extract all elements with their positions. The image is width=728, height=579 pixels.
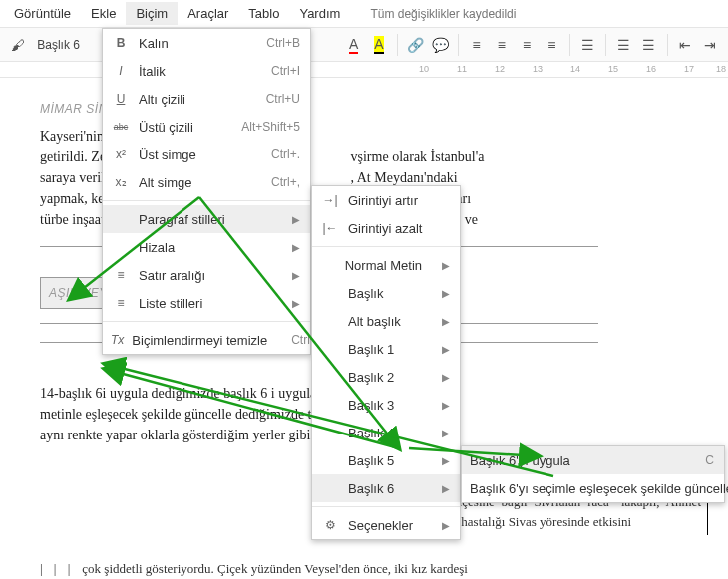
menu-indent-decrease[interactable]: |← Girintiyi azalt: [312, 214, 460, 242]
comment-icon[interactable]: 💬: [429, 33, 452, 57]
menu-title[interactable]: Başlık ▶: [312, 279, 460, 307]
heading-select[interactable]: Başlık 6: [31, 36, 109, 54]
paint-format-icon[interactable]: 🖌: [6, 33, 29, 57]
indent-increase-icon: →|: [320, 193, 340, 207]
line-spacing-icon[interactable]: ☰: [576, 33, 599, 57]
menu-subscript[interactable]: x₂ Alt simge Ctrl+,: [103, 168, 310, 196]
list-icon: ≡: [111, 296, 131, 310]
menu-list-styles[interactable]: ≡ Liste stilleri ▶: [103, 289, 310, 317]
menu-help[interactable]: Yardım: [289, 2, 350, 25]
chevron-right-icon: ▶: [442, 372, 450, 383]
save-status: Tüm değişiklikler kaydedildi: [370, 7, 516, 21]
highlight-icon[interactable]: A: [367, 33, 390, 57]
chevron-right-icon: ▶: [292, 242, 300, 253]
menu-table[interactable]: Tablo: [238, 2, 289, 25]
menu-line-spacing[interactable]: ≡ Satır aralığı ▶: [103, 261, 310, 289]
menu-clear-formatting[interactable]: Tx Biçimlendirmeyi temizle Ctrl+\: [103, 326, 310, 354]
menu-heading-3[interactable]: Başlık 3 ▶: [312, 391, 460, 419]
paragraph-styles-submenu: →| Girintiyi artır |← Girintiyi azalt No…: [311, 185, 461, 540]
chevron-right-icon: ▶: [442, 520, 450, 531]
chevron-right-icon: ▶: [442, 400, 450, 411]
menu-superscript[interactable]: x² Üst simge Ctrl+.: [103, 141, 310, 168]
text-color-icon[interactable]: A: [342, 33, 365, 57]
indent-increase-icon[interactable]: ⇥: [699, 33, 722, 57]
menu-normal-text[interactable]: Normal Metin ▶: [312, 251, 460, 279]
chevron-right-icon: ▶: [442, 316, 450, 327]
chevron-right-icon: ▶: [292, 298, 300, 309]
menu-paragraph-styles[interactable]: Paragraf stilleri ▶: [103, 205, 310, 233]
chevron-right-icon: ▶: [442, 344, 450, 355]
clear-format-icon: Tx: [111, 333, 124, 347]
align-justify-icon[interactable]: ≡: [541, 33, 563, 57]
align-left-icon[interactable]: ≡: [465, 33, 488, 57]
menu-tools[interactable]: Araçlar: [178, 2, 238, 25]
chevron-right-icon: ▶: [442, 428, 450, 438]
subscript-icon: x₂: [111, 175, 131, 189]
menu-view[interactable]: Görüntüle: [4, 2, 81, 25]
menu-align[interactable]: Hizala ▶: [103, 233, 310, 261]
menu-heading-1[interactable]: Başlık 1 ▶: [312, 335, 460, 363]
bottom-line: | | |çok şiddetli gösteriyordu. Çiçek yü…: [40, 561, 468, 577]
menu-underline[interactable]: U Altı çizili Ctrl+U: [103, 85, 310, 113]
heading6-options-submenu: Başlık 6'yı uygula C Başlık 6'yı seçimle…: [461, 445, 725, 503]
strikethrough-icon: abc: [111, 122, 131, 132]
indent-decrease-icon[interactable]: ⇤: [674, 33, 697, 57]
bullet-list-icon[interactable]: ☰: [637, 33, 660, 57]
chevron-right-icon: ▶: [292, 214, 300, 225]
menu-apply-heading6[interactable]: Başlık 6'yı uygula C: [462, 446, 724, 474]
menu-bold[interactable]: B Kalın Ctrl+B: [103, 29, 310, 57]
menu-format[interactable]: Biçim: [126, 2, 178, 25]
format-dropdown: B Kalın Ctrl+B I İtalik Ctrl+I U Altı çi…: [102, 28, 311, 355]
chevron-right-icon: ▶: [442, 288, 450, 299]
menu-italic[interactable]: I İtalik Ctrl+I: [103, 57, 310, 85]
number-list-icon[interactable]: ☰: [612, 33, 635, 57]
align-right-icon[interactable]: ≡: [515, 33, 538, 57]
superscript-icon: x²: [111, 147, 131, 161]
menu-strikethrough[interactable]: abc Üstü çizili Alt+Shift+5: [103, 113, 310, 141]
align-center-icon[interactable]: ≡: [490, 33, 513, 57]
underline-icon: U: [111, 92, 131, 106]
chevron-right-icon: ▶: [442, 455, 450, 466]
indent-decrease-icon: |←: [320, 221, 340, 235]
line-spacing-icon: ≡: [111, 268, 131, 282]
menu-indent-increase[interactable]: →| Girintiyi artır: [312, 186, 460, 214]
menu-heading-6[interactable]: Başlık 6 ▶: [312, 474, 460, 502]
menu-heading-5[interactable]: Başlık 5 ▶: [312, 446, 460, 474]
italic-icon: I: [111, 64, 131, 78]
link-icon[interactable]: 🔗: [404, 33, 427, 57]
menu-subtitle[interactable]: Alt başlık ▶: [312, 307, 460, 335]
bold-icon: B: [111, 36, 131, 50]
gear-icon: ⚙: [320, 518, 340, 532]
menubar: Görüntüle Ekle Biçim Araçlar Tablo Yardı…: [0, 0, 728, 28]
menu-options[interactable]: ⚙ Seçenekler ▶: [312, 511, 460, 539]
menu-heading-4[interactable]: Başlık 4 ▶: [312, 419, 460, 446]
menu-update-heading6[interactable]: Başlık 6'yı seçimle eşleşecek şekilde gü…: [462, 474, 724, 502]
menu-heading-2[interactable]: Başlık 2 ▶: [312, 363, 460, 391]
menu-insert[interactable]: Ekle: [81, 2, 126, 25]
chevron-right-icon: ▶: [442, 260, 450, 271]
chevron-right-icon: ▶: [292, 270, 300, 281]
chevron-right-icon: ▶: [442, 483, 450, 494]
